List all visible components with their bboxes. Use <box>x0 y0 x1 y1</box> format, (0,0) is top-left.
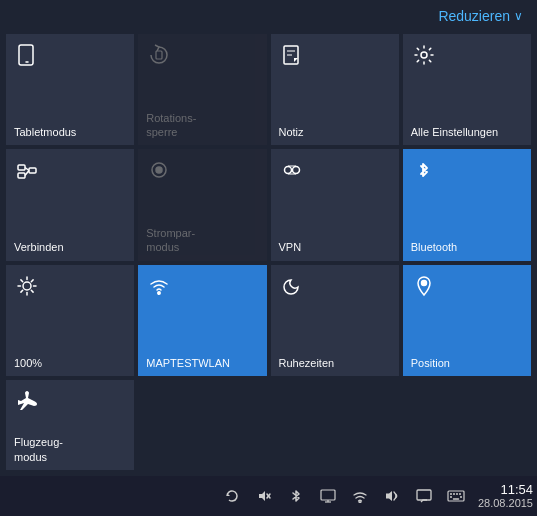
action-center: Reduzieren ∨ Tabletmodus Rotations-sperr… <box>0 0 537 476</box>
speaker-mute-icon[interactable] <box>250 482 278 510</box>
tile-alle-einstellungen[interactable]: Alle Einstellungen <box>403 34 531 145</box>
svg-line-11 <box>25 171 29 176</box>
location-icon <box>413 275 435 300</box>
message-icon[interactable] <box>410 482 438 510</box>
tile-bluetooth[interactable]: Bluetooth <box>403 149 531 260</box>
tile-maptestwlan[interactable]: MAPTESTWLAN <box>138 265 266 376</box>
svg-point-18 <box>23 282 31 290</box>
volume-icon[interactable] <box>378 482 406 510</box>
tile-einstellungen-label: Alle Einstellungen <box>411 125 498 139</box>
svg-point-15 <box>292 167 299 174</box>
brightness-icon <box>16 275 38 300</box>
tile-tabletmodus[interactable]: Tabletmodus <box>6 34 134 145</box>
quiet-hours-icon <box>281 275 303 300</box>
bluetooth-icon <box>413 159 435 184</box>
note-icon <box>281 44 303 69</box>
tile-position-label: Position <box>411 356 450 370</box>
svg-rect-9 <box>29 168 36 173</box>
action-center-header: Reduzieren ∨ <box>0 0 537 30</box>
clock-date: 28.08.2015 <box>478 497 533 510</box>
tile-bluetooth-label: Bluetooth <box>411 240 457 254</box>
tile-rotationssperre[interactable]: Rotations-sperre <box>138 34 266 145</box>
svg-line-23 <box>21 280 23 282</box>
tablet-icon <box>16 44 38 69</box>
collapse-button[interactable]: Reduzieren ∨ <box>438 8 523 24</box>
tile-flugzeugmodus-label: Flugzeug-modus <box>14 435 63 464</box>
settings-icon <box>413 44 435 69</box>
wifi-icon <box>148 275 170 300</box>
wifi-taskbar-icon[interactable] <box>346 482 374 510</box>
tile-notiz-label: Notiz <box>279 125 304 139</box>
battery-icon <box>148 159 170 184</box>
vpn-icon <box>281 159 303 184</box>
svg-rect-31 <box>321 490 335 500</box>
clock-time: 11:54 <box>478 482 533 498</box>
tile-stromspar[interactable]: Strompar-modus <box>138 149 266 260</box>
svg-rect-35 <box>417 490 431 500</box>
svg-point-6 <box>421 52 427 58</box>
system-icons <box>218 482 470 510</box>
tile-helligkeit[interactable]: 100% <box>6 265 134 376</box>
svg-point-14 <box>284 167 291 174</box>
tile-verbinden-label: Verbinden <box>14 240 64 254</box>
tile-vpn-label: VPN <box>279 240 302 254</box>
tile-rotationssperre-label: Rotations-sperre <box>146 111 196 140</box>
taskbar: 11:54 28.08.2015 <box>0 476 537 516</box>
tile-ruhezeiten[interactable]: Ruhezeiten <box>271 265 399 376</box>
svg-line-26 <box>21 290 23 292</box>
bluetooth-taskbar-icon[interactable] <box>282 482 310 510</box>
airplane-icon <box>16 390 38 415</box>
taskbar-right: 11:54 28.08.2015 <box>218 482 533 511</box>
tile-notiz[interactable]: Notiz <box>271 34 399 145</box>
display-icon[interactable] <box>314 482 342 510</box>
chevron-down-icon: ∨ <box>514 9 523 23</box>
tile-helligkeit-label: 100% <box>14 356 42 370</box>
rotation-icon <box>148 44 170 69</box>
clock[interactable]: 11:54 28.08.2015 <box>478 482 533 511</box>
svg-point-27 <box>158 291 160 293</box>
svg-line-24 <box>31 290 33 292</box>
connect-icon <box>16 159 38 184</box>
keyboard-icon[interactable] <box>442 482 470 510</box>
tile-verbinden[interactable]: Verbinden <box>6 149 134 260</box>
svg-rect-2 <box>156 51 162 59</box>
tile-stromspar-label: Strompar-modus <box>146 226 195 255</box>
tile-flugzeugmodus[interactable]: Flugzeug-modus <box>6 380 134 470</box>
svg-rect-7 <box>18 165 25 170</box>
tile-grid: Tabletmodus Rotations-sperre Notiz Alle … <box>0 30 537 380</box>
tile-ruhezeiten-label: Ruhezeiten <box>279 356 335 370</box>
tile-maptestwlan-label: MAPTESTWLAN <box>146 356 230 370</box>
refresh-icon[interactable] <box>218 482 246 510</box>
svg-rect-8 <box>18 173 25 178</box>
svg-line-25 <box>31 280 33 282</box>
tile-grid-bottom: Flugzeug-modus <box>0 380 537 476</box>
svg-point-13 <box>156 167 162 173</box>
svg-point-28 <box>421 280 426 285</box>
tile-position[interactable]: Position <box>403 265 531 376</box>
collapse-label: Reduzieren <box>438 8 510 24</box>
tile-tabletmodus-label: Tabletmodus <box>14 125 76 139</box>
tile-vpn[interactable]: VPN <box>271 149 399 260</box>
svg-point-34 <box>359 502 361 503</box>
